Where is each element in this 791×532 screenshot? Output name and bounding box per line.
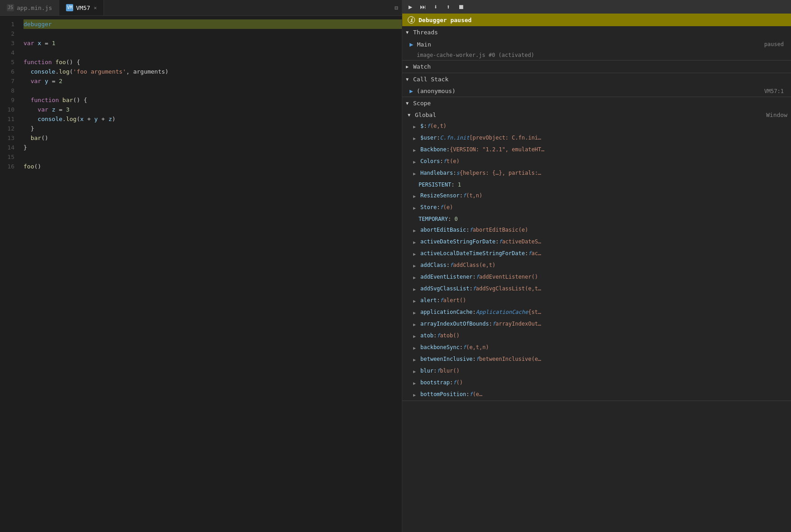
scope-chevron (406, 101, 411, 106)
code-line-15 (24, 152, 402, 162)
expand-icon: ▶ (413, 274, 419, 282)
code-line-10: var z = 3 (24, 105, 402, 114)
scope-section: Scope Global Window ▶ $: f (e,t) ▶ $user… (402, 97, 791, 401)
code-line-4 (24, 48, 402, 57)
callstack-item-location: VM57:1 (764, 88, 784, 94)
expand-icon: ▶ (413, 321, 419, 329)
line-numbers: 1 2 3 4 5 6 7 8 9 10 11 12 13 14 15 16 (0, 16, 19, 532)
callstack-content: ▶ (anonymous) VM57:1 (402, 85, 791, 97)
watch-chevron (406, 64, 411, 69)
scope-item-addsvgclasslist[interactable]: ▶ addSvgClassList: f addSvgClassList(e,t… (402, 283, 791, 295)
scope-item-colors[interactable]: ▶ Colors: f t(e) (402, 156, 791, 168)
thread-main-status: paused (764, 41, 784, 47)
scope-item-handlebars[interactable]: ▶ Handlebars: s {helpers: {…}, partials:… (402, 168, 791, 179)
code-line-16: foo() (24, 162, 402, 171)
threads-section: Threads ▶ Main paused image-cache-worker… (402, 26, 791, 61)
scope-item-atob[interactable]: ▶ atob: f atob() (402, 330, 791, 342)
tab-app-min-label: app.min.js (17, 5, 52, 11)
scope-global-header[interactable]: Global Window (402, 109, 791, 121)
step-over-btn[interactable]: ⏭ (419, 2, 428, 11)
scope-item-aborteditbasic[interactable]: ▶ abortEditBasic: f abortEditBasic(e) (402, 224, 791, 236)
scope-persistent: PERSISTENT: 1 (402, 179, 791, 190)
scope-item-bottomposition[interactable]: ▶ bottomPosition: f (e… (402, 389, 791, 401)
deactivate-btn[interactable]: ⏹ (457, 2, 466, 11)
scope-item-blur[interactable]: ▶ blur: f blur() (402, 365, 791, 377)
editor-panel: JS app.min.js VM VM57 ✕ ⊟ 1 2 3 4 5 6 7 … (0, 0, 402, 532)
expand-icon: ▶ (413, 123, 419, 131)
callstack-chevron (406, 77, 411, 82)
resume-btn[interactable]: ▶ (406, 2, 415, 11)
scope-item-arrayindexoutofbounds[interactable]: ▶ arrayIndexOutOfBounds: f arrayIndexOut… (402, 318, 791, 330)
code-line-12: } (24, 124, 402, 133)
code-line-13: bar() (24, 133, 402, 143)
thread-main-arrow: ▶ (410, 41, 413, 48)
tab-bar: JS app.min.js VM VM57 ✕ ⊟ (0, 0, 402, 16)
callstack-arrow: ▶ (410, 88, 413, 94)
debugger-toolbar: ▶ ⏭ ⬇ ⬆ ⏹ (402, 0, 791, 14)
scope-label: Scope (413, 100, 431, 107)
expand-icon: ▶ (413, 344, 419, 352)
thread-main-label: Main (417, 41, 431, 48)
tab-vm57-label: VM57 (76, 5, 90, 11)
expand-icon: ▶ (413, 192, 419, 201)
thread-worker[interactable]: image-cache-worker.js #0 (activated) (402, 50, 791, 60)
callstack-header[interactable]: Call Stack (402, 73, 791, 85)
code-line-1: debugger (24, 19, 402, 29)
scope-item-store[interactable]: ▶ Store: f (e) (402, 202, 791, 214)
step-into-btn[interactable]: ⬇ (431, 2, 440, 11)
js-file-icon: JS (7, 4, 14, 11)
info-icon: i (408, 16, 415, 23)
scope-global-location: Window (766, 112, 787, 118)
watch-label: Watch (413, 63, 431, 70)
code-line-7: var y = 2 (24, 76, 402, 86)
debugger-scrollable[interactable]: Threads ▶ Main paused image-cache-worker… (402, 26, 791, 532)
threads-header[interactable]: Threads (402, 26, 791, 38)
scope-item-addeventlistener[interactable]: ▶ addEventListener: f addEventListener() (402, 271, 791, 283)
scope-item-addclass[interactable]: ▶ addClass: f addClass(e,t) (402, 260, 791, 271)
expand-icon: ▶ (413, 158, 419, 166)
expand-icon: ▶ (413, 332, 419, 341)
debugger-panel: ▶ ⏭ ⬇ ⬆ ⏹ i Debugger paused Threads ▶ Ma… (402, 0, 791, 532)
scope-item-backbone[interactable]: ▶ Backbone: {VERSION: "1.2.1", emulateHT… (402, 144, 791, 156)
callstack-label: Call Stack (413, 76, 448, 83)
callstack-item-name: (anonymous) (417, 88, 456, 94)
minimize-icon[interactable]: ⊟ (395, 5, 398, 11)
expand-icon: ▶ (413, 356, 419, 364)
code-line-14: } (24, 143, 402, 152)
scope-global-chevron (408, 112, 413, 117)
step-out-btn[interactable]: ⬆ (444, 2, 453, 11)
thread-worker-label: image-cache-worker.js #0 (activated) (417, 52, 534, 58)
scope-item-dollar[interactable]: ▶ $: f (e,t) (402, 121, 791, 132)
scope-item-user[interactable]: ▶ $user: C.fn.init [prevObject: C.fn.ini… (402, 132, 791, 144)
scope-temporary: TEMPORARY: 0 (402, 214, 791, 224)
scope-header[interactable]: Scope (402, 97, 791, 109)
watch-section: Watch (402, 61, 791, 73)
expand-icon: ▶ (413, 391, 419, 399)
expand-icon: ▶ (413, 170, 419, 178)
code-line-6: console.log('foo arguments', arguments) (24, 67, 402, 76)
scope-item-alert[interactable]: ▶ alert: f alert() (402, 295, 791, 307)
watch-header[interactable]: Watch (402, 61, 791, 73)
debugger-status: i Debugger paused (402, 14, 791, 26)
code-line-11: console.log(x + y + z) (24, 114, 402, 124)
expand-icon: ▶ (413, 135, 419, 143)
tab-vm57[interactable]: VM VM57 ✕ (59, 0, 104, 15)
expand-icon: ▶ (413, 204, 419, 212)
scope-item-resizesensor[interactable]: ▶ ResizeSensor: f (t,n) (402, 190, 791, 202)
threads-label: Threads (413, 29, 438, 36)
scope-item-bootstrap[interactable]: ▶ bootstrap: f () (402, 377, 791, 389)
thread-main[interactable]: ▶ Main paused (402, 38, 791, 50)
threads-content: ▶ Main paused image-cache-worker.js #0 (… (402, 38, 791, 60)
scope-item-applicationcache[interactable]: ▶ applicationCache: ApplicationCache {st… (402, 307, 791, 318)
scope-item-activedatestring[interactable]: ▶ activeDateStringForDate: f activeDateS… (402, 236, 791, 248)
scope-item-backbonesync[interactable]: ▶ backboneSync: f (e,t,n) (402, 342, 791, 354)
code-area: 1 2 3 4 5 6 7 8 9 10 11 12 13 14 15 16 d… (0, 16, 402, 532)
tab-close-icon[interactable]: ✕ (94, 5, 97, 11)
code-line-3: var x = 1 (24, 38, 402, 48)
scope-item-betweeninclusive[interactable]: ▶ betweenInclusive: f betweenInclusive(e… (402, 354, 791, 365)
code-content[interactable]: debugger var x = 1 function foo() { cons… (19, 16, 402, 532)
expand-icon: ▶ (413, 297, 419, 305)
tab-app-min[interactable]: JS app.min.js (0, 0, 59, 15)
callstack-item-0[interactable]: ▶ (anonymous) VM57:1 (402, 85, 791, 97)
scope-item-activelocaldatetime[interactable]: ▶ activeLocalDateTimeStringForDate: f ac… (402, 248, 791, 260)
